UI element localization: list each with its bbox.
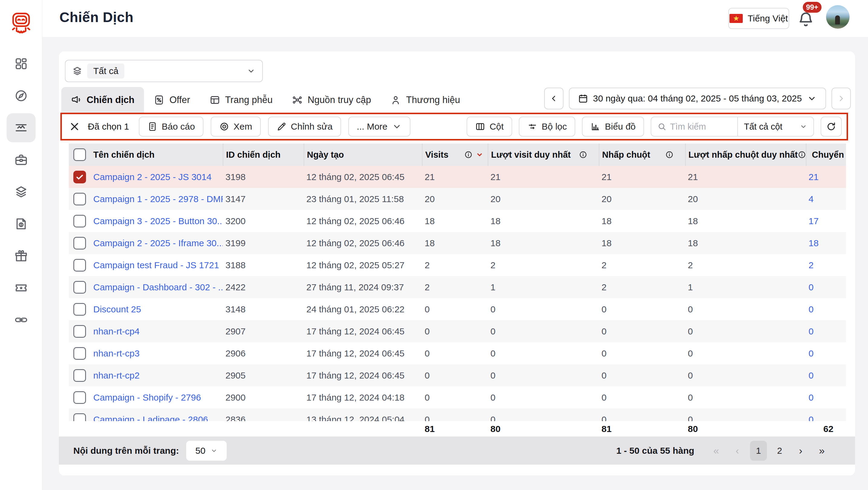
row-checkbox[interactable] (73, 413, 86, 422)
campaign-id-cell: 3198 (223, 172, 304, 182)
app-logo[interactable] (10, 11, 32, 36)
sidebar-item-ticket[interactable] (7, 273, 36, 302)
refresh-button[interactable] (820, 117, 842, 137)
campaign-name-link[interactable]: Campaign 1 - 2025 - 2978 - DMR (93, 194, 223, 204)
column-header-unique-clicks[interactable]: Lượt nhấp chuột duy nhất (685, 144, 806, 166)
campaign-name-link[interactable]: nhan-rt-cp2 (93, 370, 140, 380)
info-icon[interactable] (464, 150, 473, 159)
more-button[interactable]: ... More (348, 117, 410, 137)
conversions-link[interactable]: 0 (809, 282, 814, 292)
row-checkbox[interactable] (73, 193, 86, 205)
conversions-link[interactable]: 0 (809, 370, 814, 380)
date-next-button[interactable] (832, 88, 851, 109)
scope-selected-chip: Tất cả (87, 63, 124, 79)
next-page-button[interactable]: › (792, 441, 809, 461)
tab-campaigns[interactable]: Chiến dịch (61, 87, 144, 113)
sidebar-item-links[interactable] (7, 306, 36, 335)
prev-page-button[interactable]: ‹ (729, 441, 746, 461)
row-checkbox[interactable] (73, 215, 86, 228)
campaign-name-link[interactable]: nhan-rt-cp3 (93, 348, 140, 358)
conversions-link[interactable]: 0 (809, 348, 814, 358)
campaign-name-link[interactable]: Campaign 2 - 2025 - JS 3014 (93, 172, 212, 182)
clicks-cell: 2 (599, 282, 685, 292)
sidebar-item-layers[interactable] (7, 177, 36, 206)
info-icon[interactable] (798, 150, 806, 159)
tab-traffic-sources[interactable]: Nguồn truy cập (282, 87, 380, 113)
search-input[interactable] (670, 122, 731, 132)
conversions-link[interactable]: 0 (809, 393, 814, 402)
select-all-checkbox[interactable] (73, 148, 86, 161)
sidebar-item-gift[interactable] (7, 241, 36, 270)
conversions-link[interactable]: 0 (809, 326, 814, 336)
first-page-button[interactable]: « (708, 441, 725, 461)
campaign-name-link[interactable]: Campaign 2 - 2025 - Iframe 30... (93, 238, 223, 248)
conversions-link[interactable]: 0 (809, 304, 814, 314)
column-header-unique-visits[interactable]: Lượt visit duy nhất (488, 144, 599, 166)
tab-funnel-pages[interactable]: Trang phễu (200, 87, 282, 113)
info-icon[interactable] (665, 150, 674, 159)
row-checkbox[interactable] (73, 237, 86, 250)
column-scope-select[interactable]: Tất cả cột (738, 122, 813, 132)
notifications-button[interactable] (797, 10, 815, 28)
chart-button[interactable]: Biểu đồ (582, 117, 644, 137)
info-icon[interactable] (579, 150, 587, 159)
page-button-2[interactable]: 2 (771, 441, 788, 461)
campaign-name-link[interactable]: Discount 25 (93, 304, 141, 314)
row-checkbox[interactable] (73, 369, 86, 382)
row-checkbox[interactable] (73, 303, 86, 316)
scope-select[interactable]: Tất cả (65, 60, 263, 82)
campaign-name-link[interactable]: nhan-rt-cp4 (93, 326, 140, 336)
filter-button[interactable]: Bộ lọc (519, 117, 575, 137)
sidebar-item-dashboard[interactable] (7, 49, 36, 78)
user-avatar[interactable] (826, 5, 849, 29)
campaign-name-link[interactable]: Campaign test Fraud - JS 1721 (93, 260, 219, 270)
last-page-button[interactable]: » (813, 441, 830, 461)
page-button-1[interactable]: 1 (750, 441, 767, 461)
conversions-cell: 0 (806, 370, 846, 381)
conversions-link[interactable]: 21 (809, 172, 818, 182)
column-header-visits[interactable]: Visits (422, 144, 488, 166)
row-checkbox[interactable] (73, 281, 86, 294)
tab-offer[interactable]: Offer (144, 87, 199, 113)
edit-button[interactable]: Chỉnh sửa (268, 117, 341, 137)
sidebar-item-explore[interactable] (7, 81, 36, 110)
network-icon (292, 94, 303, 106)
chevron-right-icon (837, 94, 845, 103)
per-page-select[interactable]: 50 (186, 441, 227, 461)
campaign-id-cell: 3199 (223, 238, 304, 248)
pencil-icon (276, 121, 287, 132)
conversions-link[interactable]: 17 (809, 216, 818, 226)
date-prev-button[interactable] (544, 88, 563, 109)
created-date-cell: 17 tháng 12, 2024 06:45 (304, 326, 422, 337)
campaign-name-link[interactable]: Campaign - Dashboard - 302 - ... (93, 282, 223, 292)
campaign-name-link[interactable]: Campaign - Ladipage - 2806 (93, 414, 208, 422)
row-checkbox[interactable] (73, 391, 86, 404)
column-header-clicks[interactable]: Nhấp chuột (599, 144, 685, 166)
sidebar-item-invoice[interactable] (7, 209, 36, 238)
column-header-conversions[interactable]: Chuyển đ (806, 144, 846, 166)
conversions-link[interactable]: 4 (809, 194, 814, 204)
sidebar-item-campaigns[interactable] (7, 113, 36, 142)
language-button[interactable]: ★ Tiếng Việt (728, 8, 789, 29)
tab-brands[interactable]: Thương hiệu (380, 87, 470, 113)
sort-desc-icon[interactable] (476, 151, 484, 158)
report-button[interactable]: Báo cáo (139, 117, 204, 137)
campaign-name-link[interactable]: Campaign - Shopify - 2796 (93, 393, 201, 402)
column-label: ID chiến dịch (226, 150, 280, 160)
view-button[interactable]: Xem (211, 117, 261, 137)
columns-button[interactable]: Cột (467, 117, 512, 137)
row-checkbox[interactable] (73, 325, 86, 338)
close-icon[interactable] (68, 120, 81, 133)
column-header-id[interactable]: ID chiến dịch (223, 144, 304, 166)
row-checkbox[interactable] (73, 347, 86, 360)
row-checkbox[interactable] (73, 171, 86, 183)
conversions-link[interactable]: 0 (809, 414, 814, 422)
date-range-button[interactable]: 30 ngày qua: 04 tháng 02, 2025 - 05 thán… (569, 88, 826, 109)
conversions-link[interactable]: 18 (809, 238, 818, 248)
sidebar-item-toolbox[interactable] (7, 145, 36, 174)
conversions-link[interactable]: 2 (809, 260, 814, 270)
row-checkbox[interactable] (73, 259, 86, 271)
column-header-created[interactable]: Ngày tạo (304, 144, 422, 166)
campaign-name-link[interactable]: Campaign 3 - 2025 - Button 30... (93, 216, 223, 226)
column-header-name[interactable]: Tên chiến dịch (91, 144, 223, 166)
